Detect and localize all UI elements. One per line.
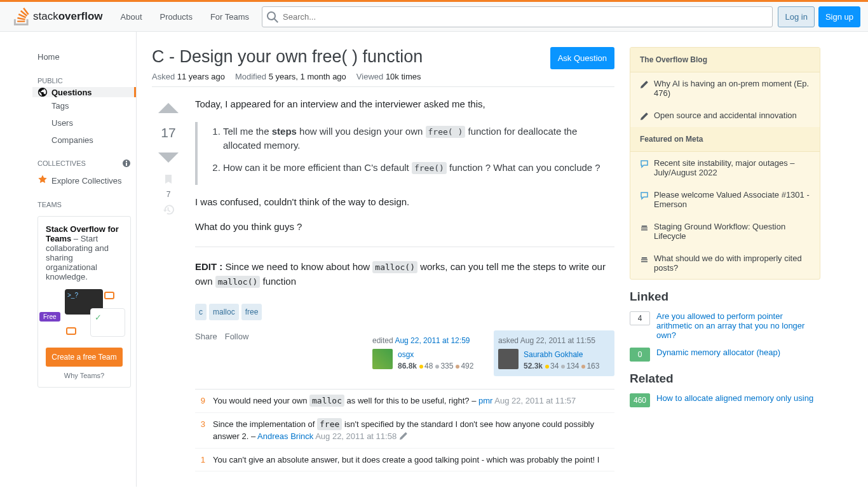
meta-link[interactable]: Recent site instability, major outages –… (654, 158, 810, 177)
code-inline: free( ) (426, 126, 466, 138)
globe-icon (37, 87, 48, 97)
meta-link[interactable]: What should we do with improperly cited … (654, 254, 810, 273)
code-inline: malloc() (215, 276, 261, 288)
downvote-button[interactable] (157, 146, 180, 168)
search-icon (267, 11, 278, 23)
sidebar-home[interactable]: Home (32, 47, 136, 67)
info-icon[interactable] (122, 159, 131, 168)
follow-link[interactable]: Follow (225, 330, 249, 343)
overflow-blog-box: The Overflow Blog Why AI is having an on… (630, 47, 820, 280)
comment-row: 3 Since the implementation of free isn't… (195, 413, 614, 449)
editor-name-link[interactable]: osgx (398, 349, 473, 360)
search-input[interactable] (262, 6, 773, 27)
nav-products[interactable]: Products (153, 8, 200, 25)
meta-link[interactable]: Staging Ground Workflow: Question Lifecy… (654, 222, 810, 241)
sidebar-users[interactable]: Users (32, 114, 136, 132)
asker-avatar[interactable] (498, 349, 519, 369)
star-burst-icon (37, 175, 48, 186)
chat-icon (640, 159, 649, 168)
sidebar-companies[interactable]: Companies (32, 132, 136, 149)
comments-list: 9 You would need your own malloc as well… (195, 389, 614, 471)
stackoverflow-icon (13, 8, 31, 25)
sidebar-questions[interactable]: Questions (32, 87, 136, 97)
login-button[interactable]: Log in (778, 6, 814, 27)
ask-question-button[interactable]: Ask Question (550, 47, 614, 69)
chat-icon (640, 191, 649, 200)
tag-malloc[interactable]: malloc (209, 304, 239, 320)
history-button[interactable] (163, 204, 174, 215)
create-team-button[interactable]: Create a free Team (46, 348, 123, 367)
comment-score: 9 (195, 395, 205, 407)
asker-signature: asked Aug 22, 2011 at 11:55 Saurabh Gokh… (494, 330, 614, 376)
sidebar-explore-collectives[interactable]: Explore Collectives (32, 170, 136, 191)
question-title: C - Design your own free( ) function (152, 47, 423, 67)
code-inline: free() (412, 162, 447, 174)
left-sidebar: Home PUBLIC Questions Tags Users Compani… (32, 32, 137, 487)
tag-c[interactable]: c (195, 304, 207, 320)
asker-name-link[interactable]: Saurabh Gokhale (524, 349, 599, 360)
bookmark-button[interactable] (163, 173, 174, 185)
code-inline: malloc() (372, 261, 417, 273)
linked-score: 0 (630, 348, 650, 362)
comment-user-link[interactable]: pmr (478, 396, 492, 405)
pencil-icon (640, 80, 649, 89)
related-score: 460 (630, 393, 650, 407)
signup-button[interactable]: Sign up (818, 6, 860, 27)
vote-cell: 17 7 (152, 97, 185, 471)
stack-icon (640, 255, 649, 264)
sidebar-public-label: PUBLIC (32, 67, 136, 87)
comment-score: 1 (195, 454, 205, 466)
bookmark-count: 7 (166, 190, 171, 199)
logo[interactable]: stackoverflow (8, 8, 108, 25)
sidebar-collectives-label: COLLECTIVES (37, 159, 86, 167)
nav-for-teams[interactable]: For Teams (203, 8, 257, 25)
tag-free[interactable]: free (241, 304, 262, 320)
stack-icon (640, 223, 649, 232)
linked-question-link[interactable]: Dynamic memory allocator (heap) (656, 348, 780, 357)
comment-row: 9 You would need your own malloc as well… (195, 390, 614, 413)
linked-header: Linked (630, 290, 820, 304)
comment-user-link[interactable]: Andreas Brinck (257, 431, 313, 441)
header: stackoverflow About Products For Teams L… (0, 2, 868, 32)
nav-about[interactable]: About (113, 8, 150, 25)
blog-link[interactable]: Open source and accidental innovation (654, 111, 797, 120)
editor-avatar[interactable] (372, 349, 393, 369)
sidebar-tags[interactable]: Tags (32, 97, 136, 114)
meta-link[interactable]: Please welcome Valued Associate #1301 - … (654, 190, 810, 209)
blog-link[interactable]: Why AI is having an on-prem moment (Ep. … (654, 79, 810, 98)
linked-question-link[interactable]: Are you allowed to perform pointer arith… (656, 311, 820, 340)
share-link[interactable]: Share (195, 330, 217, 343)
comment-row: 1 You can't give an absolute answer, but… (195, 449, 614, 472)
question-meta: Asked 11 years ago Modified 5 years, 1 m… (152, 72, 614, 87)
related-header: Related (630, 372, 820, 386)
editor-signature: edited Aug 22, 2011 at 12:59 osgx 86.8k4… (368, 330, 489, 376)
main-content: C - Design your own free( ) function Ask… (152, 47, 614, 471)
related-question-link[interactable]: How to allocate aligned memory only usin… (656, 393, 813, 403)
vote-count: 17 (161, 125, 175, 140)
teams-promo-box: Stack Overflow for Teams – Start collabo… (37, 216, 131, 388)
sidebar-teams-label: TEAMS (32, 191, 136, 211)
upvote-button[interactable] (157, 97, 180, 120)
question-body: Today, I appeared for an interview and t… (195, 97, 614, 471)
comment-score: 3 (195, 418, 205, 443)
edit-time-link[interactable]: Aug 22, 2011 at 12:59 (395, 336, 470, 345)
pencil-icon (640, 112, 649, 121)
pencil-icon (399, 431, 408, 440)
linked-score: 4 (630, 311, 650, 325)
why-teams-link[interactable]: Why Teams? (46, 372, 123, 379)
teams-promo-image: >_? Free ✓ (46, 289, 123, 340)
right-sidebar: The Overflow Blog Why AI is having an on… (630, 47, 820, 471)
